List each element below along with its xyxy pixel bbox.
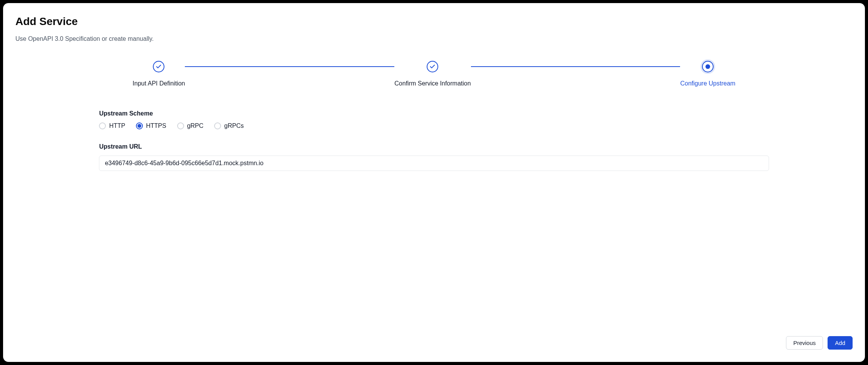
- check-icon: [156, 64, 162, 70]
- radio-https[interactable]: HTTPS: [136, 122, 166, 129]
- add-button[interactable]: Add: [828, 336, 853, 350]
- step-circle-done: [153, 61, 164, 72]
- dot-icon: [705, 64, 710, 69]
- scheme-radio-row: HTTP HTTPS gRPC gRPCs: [99, 122, 769, 129]
- radio-dot-icon: [137, 124, 141, 128]
- radio-icon-selected: [136, 122, 143, 129]
- check-icon: [429, 64, 436, 70]
- radio-grpc[interactable]: gRPC: [177, 122, 204, 129]
- upstream-url-group: Upstream URL: [99, 143, 769, 171]
- step-label: Configure Upstream: [680, 80, 735, 87]
- add-service-modal: Add Service Use OpenAPI 3.0 Specificatio…: [3, 3, 865, 362]
- step-confirm-service-information[interactable]: Confirm Service Information: [394, 61, 471, 87]
- step-label: Input API Definition: [132, 80, 185, 87]
- radio-label: gRPC: [187, 122, 204, 129]
- radio-icon: [177, 122, 184, 129]
- page-subtitle: Use OpenAPI 3.0 Specification or create …: [15, 35, 853, 42]
- page-title: Add Service: [15, 15, 853, 28]
- upstream-scheme-label: Upstream Scheme: [99, 110, 769, 117]
- radio-label: gRPCs: [224, 122, 244, 129]
- radio-icon: [99, 122, 106, 129]
- form-area: Upstream Scheme HTTP HTTPS gRPC: [99, 110, 769, 328]
- radio-grpcs[interactable]: gRPCs: [214, 122, 244, 129]
- modal-footer: Previous Add: [15, 328, 853, 350]
- upstream-url-input[interactable]: [99, 156, 769, 171]
- step-input-api-definition[interactable]: Input API Definition: [132, 61, 185, 87]
- radio-http[interactable]: HTTP: [99, 122, 125, 129]
- step-configure-upstream[interactable]: Configure Upstream: [680, 61, 735, 87]
- step-connector: [471, 66, 680, 67]
- upstream-url-label: Upstream URL: [99, 143, 769, 150]
- stepper: Input API Definition Confirm Service Inf…: [132, 61, 735, 87]
- step-connector: [185, 66, 394, 67]
- previous-button[interactable]: Previous: [786, 336, 823, 350]
- step-label: Confirm Service Information: [394, 80, 471, 87]
- radio-label: HTTP: [109, 122, 125, 129]
- step-circle-current: [702, 61, 714, 72]
- upstream-scheme-group: Upstream Scheme HTTP HTTPS gRPC: [99, 110, 769, 129]
- radio-icon: [214, 122, 221, 129]
- step-circle-done: [427, 61, 438, 72]
- radio-label: HTTPS: [146, 122, 166, 129]
